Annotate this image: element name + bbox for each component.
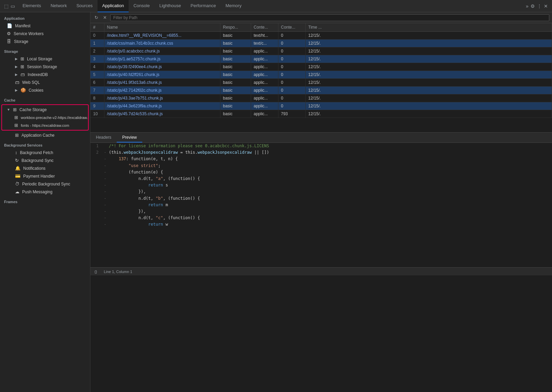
cursor-icon[interactable]: ⬚ [4, 3, 9, 9]
cell-resp: basic [220, 87, 251, 94]
cell-name: /index.html?__WB_REVISION__=6855... [104, 32, 220, 40]
code-line: 1 /*! For license information please see… [90, 143, 552, 149]
code-line: - return m [90, 202, 552, 208]
storage-top-icon: 🗄 [7, 39, 11, 44]
frames-section-header: Frames [0, 196, 90, 205]
cell-name: /static/css/main.7d14b3cc.chunk.css [104, 40, 220, 47]
tab-console[interactable]: Console [129, 0, 155, 12]
table-row[interactable]: 3 /static/js/1.ae52757c.chunk.js basic a… [90, 55, 552, 63]
more-options-icon[interactable]: ⋮ [537, 3, 542, 9]
line-dash: - [103, 208, 107, 215]
cell-time: 12/15/. [305, 71, 552, 79]
code-preview: 1 /*! For license information please see… [90, 143, 552, 267]
line-number [90, 176, 103, 182]
table-row[interactable]: 6 /static/js/41.9f3d13a6.chunk.js basic … [90, 79, 552, 87]
bg-sync-icon: ↻ [15, 158, 19, 163]
cell-resp: basic [220, 40, 251, 47]
cell-name: /static/js/42.7142f02c.chunk.js [104, 87, 220, 94]
cell-num: 0 [90, 32, 104, 40]
table-row[interactable]: 5 /static/js/40.fd2ff261.chunk.js basic … [90, 71, 552, 79]
app-cache-icon: ⊞ [15, 133, 19, 138]
tab-headers[interactable]: Headers [90, 133, 117, 142]
local-storage-icon: ⊞ [20, 56, 24, 61]
line-number [90, 202, 103, 208]
tab-performance[interactable]: Performance [186, 0, 221, 12]
table-row[interactable]: 1 /static/css/main.7d14b3cc.chunk.css ba… [90, 40, 552, 47]
cell-num: 4 [90, 63, 104, 71]
table-row[interactable]: 10 /static/js/45.7d24c535.chunk.js basic… [90, 110, 552, 118]
format-icon[interactable]: {} [95, 270, 97, 274]
cell-resp: basic [220, 79, 251, 87]
sidebar-item-bg-sync[interactable]: ↻ Background Sync [0, 156, 90, 164]
tab-bar-right: » ⚙ ⋮ ✕ [526, 3, 551, 9]
table-row[interactable]: 7 /static/js/42.7142f02c.chunk.js basic … [90, 87, 552, 94]
more-tabs-icon[interactable]: » [526, 3, 528, 9]
sidebar-item-storage-top[interactable]: 🗄 Storage [0, 37, 90, 45]
sidebar-item-service-workers[interactable]: ⚙ Service Workers [0, 30, 90, 37]
tab-preview[interactable]: Preview [117, 133, 142, 142]
preview-tabs: Headers Preview [90, 133, 552, 143]
line-dash: - [103, 163, 107, 169]
col-name: Name [104, 23, 220, 32]
code-line: - return w [90, 221, 552, 228]
close-icon[interactable]: ✕ [544, 3, 548, 9]
cache-storage-icon: ⊞ [13, 107, 17, 112]
table-row[interactable]: 2 /static/js/0.acabcbcc.chunk.js basic a… [90, 47, 552, 55]
device-icon[interactable]: ▭ [11, 3, 15, 9]
line-dash: - [103, 189, 107, 195]
cell-time: 12/15/. [305, 102, 552, 110]
line-content: "use strict"; [107, 163, 552, 169]
sidebar-item-indexeddb[interactable]: ▶ 🗃 IndexedDB [0, 71, 90, 78]
sidebar-item-manifest[interactable]: 📄 Manifest [0, 22, 90, 30]
clear-button[interactable]: ✕ [102, 14, 108, 21]
sidebar-item-app-cache[interactable]: ⊞ Application Cache [0, 131, 90, 139]
sidebar-item-websql[interactable]: 🗃 Web SQL [0, 78, 90, 86]
notifications-icon: 🔔 [15, 166, 20, 171]
line-content: (function(e) { [107, 169, 552, 176]
line-number [90, 189, 103, 195]
filter-input[interactable] [110, 14, 549, 21]
cell-name: /static/js/39.f2490ee4.chunk.js [104, 63, 220, 71]
sidebar-item-bg-fetch[interactable]: ↕ Background Fetch [0, 149, 90, 156]
cell-cont2: 0 [278, 94, 305, 102]
line-content: }), [107, 189, 552, 195]
tab-memory[interactable]: Memory [221, 0, 246, 12]
sidebar-item-local-storage[interactable]: ▶ ⊞ Local Storage [0, 55, 90, 63]
col-cont1: Conte... [251, 23, 278, 32]
sidebar-item-cache-storage[interactable]: ▼ ⊞ Cache Storage [2, 106, 88, 114]
cell-cont2: 0 [278, 32, 305, 40]
tab-elements[interactable]: Elements [18, 0, 46, 12]
table-row[interactable]: 8 /static/js/43.3ae7b751.chunk.js basic … [90, 94, 552, 102]
cell-cont2: 0 [278, 79, 305, 87]
code-line: - n.d(t, "c", (function() { [90, 215, 552, 221]
tab-lighthouse[interactable]: Lighthouse [155, 0, 186, 12]
cell-num: 6 [90, 79, 104, 87]
sidebar-item-cache-item2[interactable]: ⊞ fonts - https://excalidraw.com [2, 121, 88, 129]
sidebar-item-payment[interactable]: 💳 Payment Handler [0, 172, 90, 180]
sidebar-item-cookies[interactable]: ▶ 🍪 Cookies [0, 86, 90, 94]
refresh-button[interactable]: ↻ [93, 14, 100, 21]
cell-cont1: text/ht... [251, 32, 278, 40]
cell-num: 8 [90, 94, 104, 102]
sidebar-item-notifications[interactable]: 🔔 Notifications [0, 164, 90, 172]
sidebar-item-cache-item1[interactable]: ⊞ workbox-precache-v2-https://excalidraw… [2, 114, 88, 121]
table-row[interactable]: 0 /index.html?__WB_REVISION__=6855... ba… [90, 32, 552, 40]
storage-section-header: Storage [0, 45, 90, 55]
cell-cont1: applic... [251, 71, 278, 79]
sidebar: Application 📄 Manifest ⚙ Service Workers… [0, 12, 90, 392]
sidebar-item-session-storage[interactable]: ▶ ⊞ Session Storage [0, 63, 90, 71]
main-layout: Application 📄 Manifest ⚙ Service Workers… [0, 12, 552, 392]
line-dash: - [103, 202, 107, 208]
line-dash: - [103, 215, 107, 221]
tab-application[interactable]: Application [98, 0, 129, 12]
cell-cont1: applic... [251, 102, 278, 110]
table-row[interactable]: 4 /static/js/39.f2490ee4.chunk.js basic … [90, 63, 552, 71]
sidebar-item-push[interactable]: ☁ Push Messaging [0, 188, 90, 196]
table-row[interactable]: 9 /static/js/44.3e623f9a.chunk.js basic … [90, 102, 552, 110]
line-dash: - [103, 195, 107, 202]
tab-network[interactable]: Network [46, 0, 72, 12]
cookies-arrow: ▶ [15, 88, 18, 92]
settings-icon[interactable]: ⚙ [531, 3, 535, 9]
sidebar-item-periodic-sync[interactable]: ⏱ Periodic Background Sync [0, 180, 90, 188]
tab-sources[interactable]: Sources [72, 0, 98, 12]
